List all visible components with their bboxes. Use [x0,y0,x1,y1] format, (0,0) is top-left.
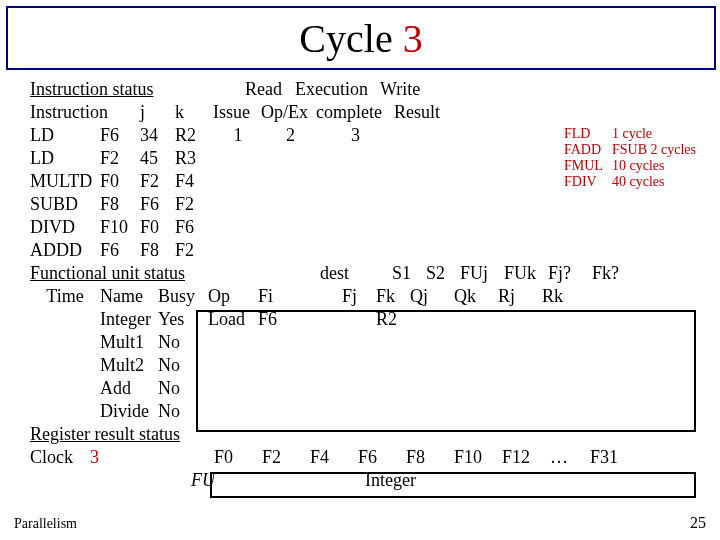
hdr-result: Result [394,103,454,121]
hdr-read: Read [245,80,295,98]
fu-status-outline [196,310,696,432]
instr-row: ADDD F6 F8 F2 [30,241,702,264]
clock-value: 3 [90,448,126,466]
title-box: Cycle 3 [6,6,716,70]
slide-title: Cycle 3 [299,15,422,62]
section-instruction-status: Instruction status [30,80,185,98]
title-number: 3 [403,16,423,61]
hdr-execution: Execution [295,80,380,98]
reg-fu-outline [210,472,696,498]
hdr-complete: complete [316,103,394,121]
section-fu-status: Functional unit status [30,264,220,282]
slide: Cycle 3 Instruction status Read Executio… [0,0,720,540]
reg-header-row: Clock 3 F0 F2 F4 F6 F8 F10 F12 … F31 [30,448,702,471]
hdr-j: j [140,103,175,121]
hdr-k: k [175,103,213,121]
footer-left: Parallelism [14,516,77,532]
latency-box: FLD1 cycle FADDFSUB 2 cycles FMUL10 cycl… [564,126,696,190]
title-prefix: Cycle [299,16,402,61]
hdr-write: Write [380,80,440,98]
hdr-issue: Issue [213,103,261,121]
page-number: 25 [690,514,706,532]
clock-label: Clock [30,448,90,466]
hdr-instruction: Instruction [30,103,140,121]
instr-row: DIVD F10 F0 F6 [30,218,702,241]
instr-status-header1: Instruction status Read Execution Write [30,80,702,103]
fu-status-header1: Functional unit status dest S1 S2 FUj FU… [30,264,702,287]
hdr-opex: Op/Ex [261,103,316,121]
section-reg-status: Register result status [30,425,215,443]
fu-status-header2: Time Name Busy Op Fi Fj Fk Qj Qk Rj Rk [30,287,702,310]
instr-row: SUBD F8 F6 F2 [30,195,702,218]
instr-status-header2: Instruction j k Issue Op/Ex complete Res… [30,103,702,126]
